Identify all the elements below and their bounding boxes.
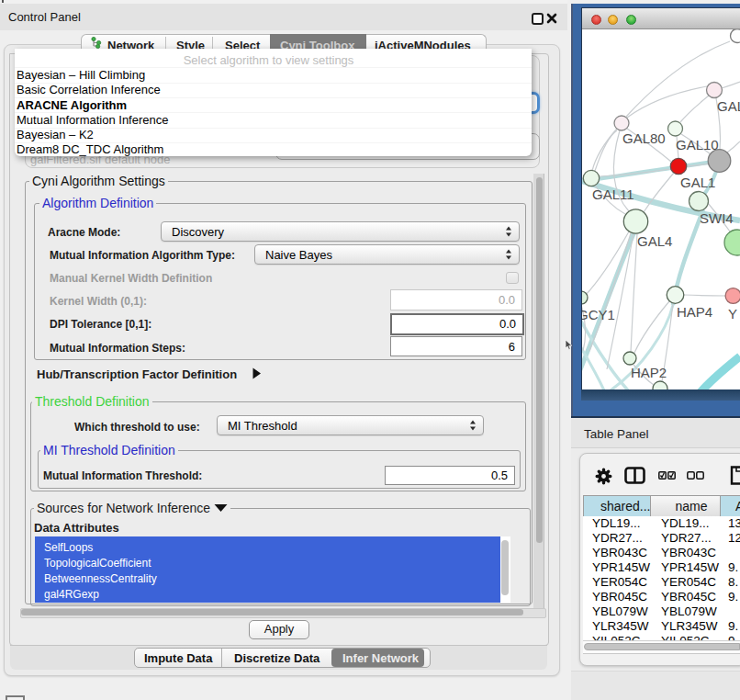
svg-text:GAL1: GAL1	[680, 175, 715, 190]
svg-text:GCY1: GCY1	[582, 307, 615, 322]
svg-text:GAL10: GAL10	[676, 137, 719, 152]
svg-text:SWI4: SWI4	[700, 210, 734, 226]
svg-text:HAP4: HAP4	[677, 304, 712, 320]
svg-text:Y: Y	[728, 306, 737, 322]
svg-text:GAL4: GAL4	[637, 233, 672, 249]
svg-text:GAL2: GAL2	[717, 98, 740, 114]
svg-text:GAL11: GAL11	[592, 186, 634, 202]
svg-text:HAP2: HAP2	[631, 365, 667, 380]
svg-text:GAL80: GAL80	[622, 130, 666, 146]
